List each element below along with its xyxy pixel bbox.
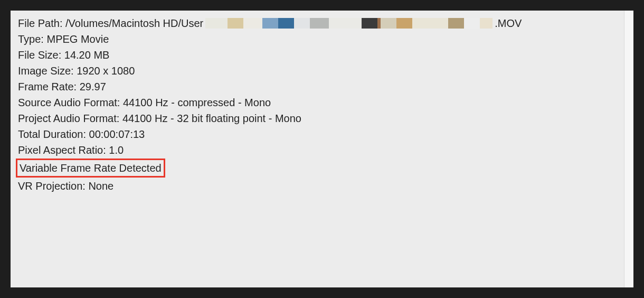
properties-panel: File Path: /Volumes/Macintosh HD/User .M… [11, 11, 633, 287]
file-size-label: File Size: [18, 49, 61, 61]
project-audio-row: Project Audio Format: 44100 Hz - 32 bit … [18, 111, 626, 126]
file-size-value: 14.20 MB [64, 49, 110, 61]
pixel-aspect-label: Pixel Aspect Ratio: [18, 144, 106, 156]
file-size-row: File Size: 14.20 MB [18, 48, 626, 62]
source-audio-value: 44100 Hz - compressed - Mono [123, 97, 271, 108]
window-frame: File Path: /Volumes/Macintosh HD/User .M… [0, 0, 644, 298]
source-audio-row: Source Audio Format: 44100 Hz - compress… [18, 95, 626, 110]
total-duration-value: 00:00:07:13 [89, 128, 145, 140]
vertical-scrollbar[interactable] [624, 11, 633, 287]
vr-projection-label: VR Projection: [18, 180, 86, 192]
file-path-row: File Path: /Volumes/Macintosh HD/User .M… [18, 16, 626, 31]
vr-projection-row: VR Projection: None [18, 179, 626, 193]
file-path-suffix: .MOV [495, 16, 522, 31]
vr-projection-value: None [88, 180, 113, 192]
file-path-prefix: /Volumes/Macintosh HD/User [65, 16, 203, 31]
redacted-path-segment [205, 18, 493, 29]
frame-rate-value: 29.97 [80, 81, 106, 92]
total-duration-row: Total Duration: 00:00:07:13 [18, 127, 626, 142]
image-size-value: 1920 x 1080 [77, 65, 135, 77]
frame-rate-label: Frame Rate: [18, 81, 77, 92]
type-row: Type: MPEG Movie [18, 32, 626, 46]
vfr-detected-row: Variable Frame Rate Detected [18, 159, 626, 178]
file-path-label: File Path: [18, 16, 62, 31]
source-audio-label: Source Audio Format: [18, 97, 120, 108]
type-label: Type: [18, 33, 44, 45]
type-value: MPEG Movie [46, 33, 109, 45]
project-audio-label: Project Audio Format: [18, 113, 119, 124]
image-size-label: Image Size: [18, 65, 74, 77]
pixel-aspect-row: Pixel Aspect Ratio: 1.0 [18, 143, 626, 157]
total-duration-label: Total Duration: [18, 128, 86, 140]
pixel-aspect-value: 1.0 [109, 144, 124, 156]
vfr-detected-text: Variable Frame Rate Detected [16, 159, 165, 178]
frame-rate-row: Frame Rate: 29.97 [18, 79, 626, 94]
image-size-row: Image Size: 1920 x 1080 [18, 63, 626, 78]
project-audio-value: 44100 Hz - 32 bit floating point - Mono [122, 113, 301, 124]
